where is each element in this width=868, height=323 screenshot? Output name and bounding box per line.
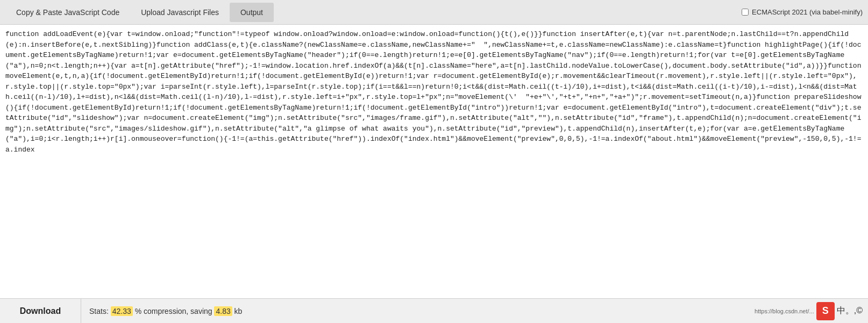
- main-area: function addLoadEvent(e){var t=window.on…: [0, 25, 868, 298]
- bottom-bar: Download Stats: 42.33 % compression, sav…: [0, 298, 868, 323]
- ecma-checkbox-label[interactable]: ECMAScript 2021 (via babel-minify): [742, 8, 863, 16]
- tab-output[interactable]: Output: [230, 3, 274, 22]
- ecma-checkbox-input[interactable]: [742, 9, 749, 16]
- url-text: https://blog.csdn.net/...: [755, 308, 814, 314]
- compression-unit: % compression, saving: [135, 307, 212, 315]
- saving-unit: kb: [234, 307, 243, 315]
- tab-upload[interactable]: Upload Javascript Files: [130, 3, 230, 22]
- compression-value: 42.33: [111, 306, 133, 316]
- stats-label: Stats:: [89, 307, 109, 315]
- stats-area: Stats: 42.33 % compression, saving 4.83 …: [81, 307, 749, 315]
- brand-logo: S: [816, 302, 835, 320]
- tab-bar: Copy & Paste JavaScript Code Upload Java…: [0, 0, 868, 25]
- ecma-checkbox-text: ECMAScript 2021 (via babel-minify): [752, 8, 863, 16]
- saving-value: 4.83: [214, 306, 232, 316]
- code-output[interactable]: function addLoadEvent(e){var t=window.on…: [0, 25, 868, 298]
- download-button[interactable]: Download: [0, 299, 81, 323]
- tab-copy-paste[interactable]: Copy & Paste JavaScript Code: [5, 3, 130, 22]
- bottom-right: https://blog.csdn.net/... S 中。,©: [749, 302, 868, 320]
- lang-icons: 中。,©: [837, 305, 863, 317]
